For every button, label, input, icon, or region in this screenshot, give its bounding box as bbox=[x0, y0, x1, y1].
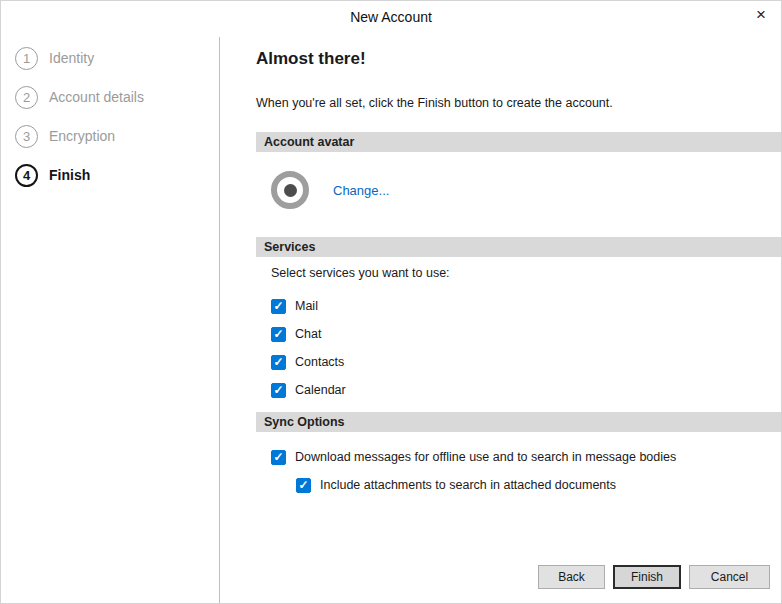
check-icon: ✓ bbox=[273, 300, 283, 312]
step-finish[interactable]: 4 Finish bbox=[1, 162, 219, 188]
dialog-footer: Back Finish Cancel bbox=[538, 565, 770, 589]
close-icon[interactable]: × bbox=[751, 6, 771, 26]
include-attachments-checkbox[interactable]: ✓ bbox=[296, 478, 311, 493]
checkbox-row-mail[interactable]: ✓ Mail bbox=[271, 298, 781, 314]
services-checklist: ✓ Mail ✓ Chat ✓ Contacts ✓ Calendar bbox=[256, 298, 781, 398]
step-identity[interactable]: 1 Identity bbox=[1, 45, 219, 71]
services-prompt: Select services you want to use: bbox=[271, 266, 781, 280]
step-number-circle: 1 bbox=[15, 47, 38, 70]
step-label: Finish bbox=[49, 167, 90, 183]
calendar-checkbox[interactable]: ✓ bbox=[271, 383, 286, 398]
section-header-services: Services bbox=[256, 237, 781, 257]
finish-button[interactable]: Finish bbox=[613, 565, 681, 589]
check-icon: ✓ bbox=[273, 451, 283, 463]
step-label: Identity bbox=[49, 50, 94, 66]
wizard-steps-sidebar: 1 Identity 2 Account details 3 Encryptio… bbox=[1, 45, 219, 201]
page-title: Almost there! bbox=[256, 49, 781, 69]
checkbox-row-include-attachments[interactable]: ✓ Include attachments to search in attac… bbox=[296, 477, 781, 493]
checkbox-row-download-messages[interactable]: ✓ Download messages for offline use and … bbox=[271, 449, 781, 465]
step-label: Account details bbox=[49, 89, 144, 105]
checkbox-label: Chat bbox=[295, 327, 321, 341]
dialog-title: New Account bbox=[1, 9, 781, 25]
section-header-account-avatar: Account avatar bbox=[256, 132, 781, 152]
checkbox-row-contacts[interactable]: ✓ Contacts bbox=[271, 354, 781, 370]
avatar-dot bbox=[284, 184, 297, 197]
step-number-circle: 3 bbox=[15, 125, 38, 148]
change-avatar-link[interactable]: Change... bbox=[333, 183, 389, 198]
step-number-circle: 4 bbox=[15, 164, 38, 187]
check-icon: ✓ bbox=[273, 356, 283, 368]
step-account-details[interactable]: 2 Account details bbox=[1, 84, 219, 110]
check-icon: ✓ bbox=[298, 479, 308, 491]
checkbox-label: Mail bbox=[295, 299, 318, 313]
step-number-circle: 2 bbox=[15, 86, 38, 109]
avatar-row: Change... bbox=[256, 152, 781, 237]
check-icon: ✓ bbox=[273, 384, 283, 396]
mail-checkbox[interactable]: ✓ bbox=[271, 299, 286, 314]
account-avatar-icon bbox=[271, 171, 309, 209]
step-label: Encryption bbox=[49, 128, 115, 144]
main-content: Almost there! When you're all set, click… bbox=[256, 49, 781, 603]
contacts-checkbox[interactable]: ✓ bbox=[271, 355, 286, 370]
checkbox-label: Download messages for offline use and to… bbox=[295, 450, 676, 464]
sidebar-divider bbox=[219, 37, 220, 603]
download-messages-checkbox[interactable]: ✓ bbox=[271, 450, 286, 465]
sync-checklist: ✓ Download messages for offline use and … bbox=[256, 449, 781, 493]
new-account-dialog: { "dialog": { "title": "New Account", "c… bbox=[0, 0, 782, 604]
section-header-sync-options: Sync Options bbox=[256, 412, 781, 432]
chat-checkbox[interactable]: ✓ bbox=[271, 327, 286, 342]
check-icon: ✓ bbox=[273, 328, 283, 340]
checkbox-label: Include attachments to search in attache… bbox=[320, 478, 616, 492]
step-encryption[interactable]: 3 Encryption bbox=[1, 123, 219, 149]
checkbox-row-calendar[interactable]: ✓ Calendar bbox=[271, 382, 781, 398]
checkbox-label: Calendar bbox=[295, 383, 346, 397]
checkbox-label: Contacts bbox=[295, 355, 344, 369]
back-button[interactable]: Back bbox=[538, 565, 605, 589]
checkbox-row-chat[interactable]: ✓ Chat bbox=[271, 326, 781, 342]
page-subtitle: When you're all set, click the Finish bu… bbox=[256, 96, 781, 110]
cancel-button[interactable]: Cancel bbox=[689, 565, 770, 589]
